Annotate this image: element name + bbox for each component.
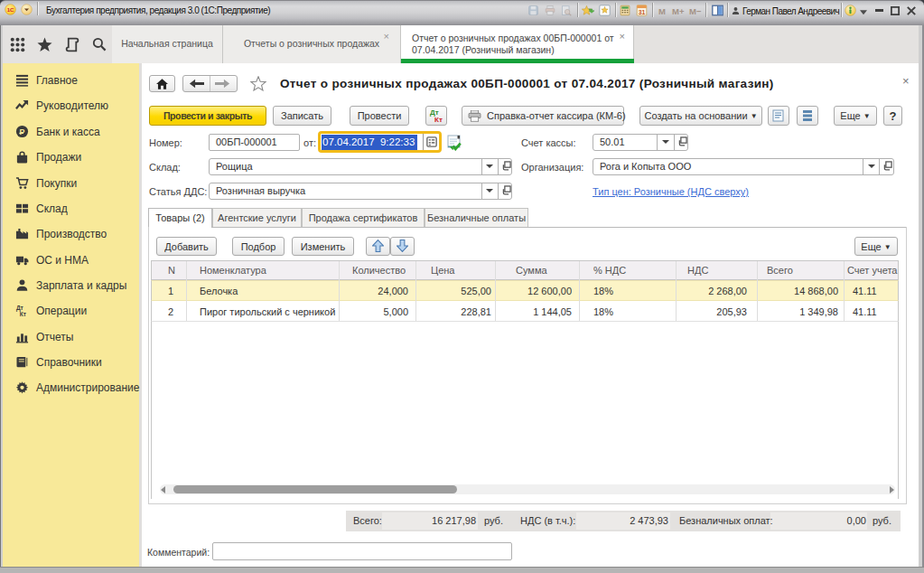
svg-text:P: P bbox=[20, 127, 25, 136]
svg-text:31: 31 bbox=[639, 9, 646, 15]
svg-text:1С: 1С bbox=[7, 6, 14, 13]
svg-text:Кт: Кт bbox=[20, 311, 27, 317]
